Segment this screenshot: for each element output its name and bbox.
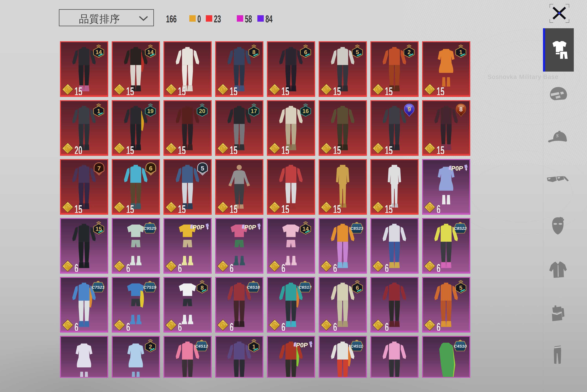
svg-text:5: 5 bbox=[356, 49, 359, 56]
svg-text:16: 16 bbox=[302, 108, 309, 114]
svg-text:7: 7 bbox=[97, 165, 101, 172]
svg-text:P0P: P0P bbox=[296, 342, 308, 348]
svg-text:8: 8 bbox=[252, 49, 255, 56]
svg-text:C7S19: C7S19 bbox=[144, 285, 156, 290]
svg-text:C8S23: C8S23 bbox=[351, 226, 363, 231]
svg-text:8: 8 bbox=[459, 106, 463, 113]
svg-text:C8S22: C8S22 bbox=[454, 226, 467, 231]
svg-text:6: 6 bbox=[304, 49, 307, 56]
svg-text:P0P: P0P bbox=[451, 165, 463, 172]
svg-text:14: 14 bbox=[302, 226, 309, 232]
svg-text:C4S11: C4S11 bbox=[351, 344, 363, 348]
svg-text:14: 14 bbox=[147, 49, 154, 56]
svg-text:P0P: P0P bbox=[192, 224, 205, 231]
svg-text:8: 8 bbox=[200, 285, 204, 291]
svg-text:C7S21: C7S21 bbox=[92, 285, 104, 290]
svg-text:14: 14 bbox=[95, 49, 102, 56]
svg-text:20: 20 bbox=[199, 108, 205, 114]
svg-text:6: 6 bbox=[149, 165, 153, 172]
svg-text:1: 1 bbox=[459, 49, 462, 56]
svg-text:9: 9 bbox=[408, 106, 411, 113]
svg-text:17: 17 bbox=[251, 108, 257, 114]
svg-text:S: S bbox=[556, 133, 559, 138]
svg-text:C4S10: C4S10 bbox=[454, 344, 467, 348]
svg-text:C9S25: C9S25 bbox=[144, 226, 156, 231]
svg-text:15: 15 bbox=[95, 226, 102, 232]
svg-text:5: 5 bbox=[459, 285, 462, 291]
svg-text:5: 5 bbox=[201, 165, 204, 172]
svg-text:2: 2 bbox=[407, 49, 411, 56]
svg-text:P0P: P0P bbox=[244, 224, 256, 231]
svg-text:1: 1 bbox=[97, 108, 100, 114]
svg-text:6: 6 bbox=[356, 285, 359, 291]
svg-text:19: 19 bbox=[147, 108, 153, 114]
svg-text:1: 1 bbox=[252, 344, 255, 350]
svg-text:C4S12: C4S12 bbox=[195, 344, 208, 348]
svg-text:2: 2 bbox=[149, 344, 152, 350]
svg-text:C6S18: C6S18 bbox=[247, 285, 260, 290]
svg-text:C6S17: C6S17 bbox=[299, 285, 312, 290]
